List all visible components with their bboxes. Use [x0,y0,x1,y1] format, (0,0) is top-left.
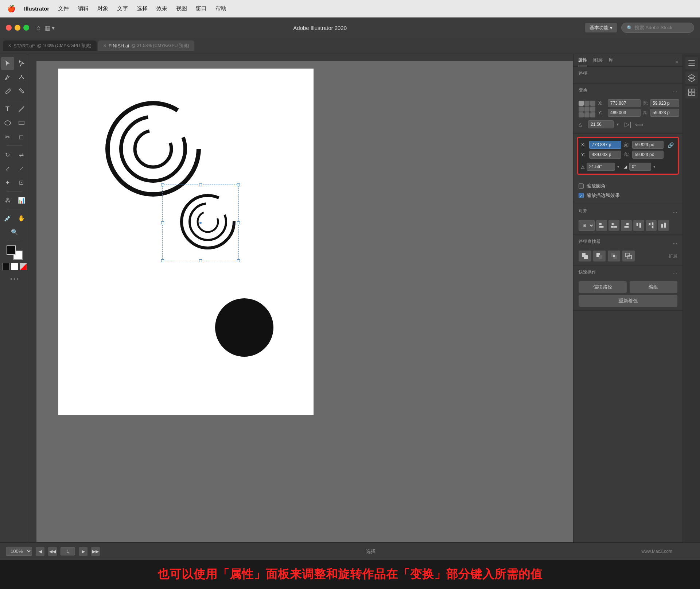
handle-tl[interactable] [161,183,164,186]
swap-colors-icon[interactable] [20,263,27,270]
fill-swatch[interactable] [7,245,16,255]
handle-bm[interactable] [199,259,202,262]
align-bottom-btn[interactable] [658,220,669,231]
anchor-tm[interactable] [584,101,590,106]
eyedropper-tool[interactable]: 💉 [1,212,14,225]
handle-bl[interactable] [161,259,164,262]
puppet-warp-tool[interactable]: ✦ [1,176,14,189]
symbol-sprayer-tool[interactable]: ⁂ [1,194,14,207]
graph-tool[interactable]: 📊 [15,194,28,207]
properties-icon[interactable] [685,57,698,69]
page-number-input[interactable] [61,547,75,555]
angle-input[interactable] [588,120,614,128]
menu-object[interactable]: 对象 [97,5,108,12]
angle-dropdown[interactable]: ▾ [617,122,619,127]
last-page-btn[interactable]: ▶▶ [91,547,100,556]
rotate-tool[interactable]: ↻ [1,148,14,161]
panel-expand-icon[interactable]: » [675,59,678,65]
scale-tool[interactable]: ⤢ [1,162,14,175]
recolor-btn[interactable]: 重新着色 [579,295,677,307]
anchor-mr[interactable] [590,106,595,112]
pf-unite-btn[interactable] [579,251,591,261]
flip-icon[interactable]: ⟺ [635,121,643,128]
scale-corners-checkbox[interactable] [579,183,584,189]
handle-tr[interactable] [237,183,240,186]
menu-file[interactable]: 文件 [58,5,69,12]
tab-library[interactable]: 库 [608,57,613,66]
black-swatch[interactable] [2,263,9,270]
menu-text[interactable]: 文字 [117,5,128,12]
transform-more-icon[interactable]: ··· [673,89,677,95]
rh-y-input[interactable] [589,151,621,159]
home-icon[interactable]: ⌂ [36,24,40,32]
menu-window[interactable]: 窗口 [196,5,207,12]
select-tool[interactable] [1,57,14,70]
eraser-tool[interactable]: ◻ [15,130,28,143]
minimize-button[interactable] [15,25,20,31]
tab-close-icon[interactable]: ✕ [8,43,11,48]
next-page-btn[interactable]: ▶ [79,547,88,556]
menu-help[interactable]: 帮助 [215,5,226,12]
anchor-br[interactable] [590,112,595,117]
rh-w-input[interactable] [632,141,664,149]
type-tool[interactable]: T [1,102,14,116]
reflect-tool[interactable]: ⇌ [15,148,28,161]
offset-path-btn[interactable]: 偏移路径 [579,281,627,293]
anchor-mm[interactable] [584,106,590,112]
handle-ml[interactable] [161,221,164,224]
rh-lock-icon[interactable]: 🔗 [666,141,675,150]
maximize-button[interactable] [23,25,29,31]
handle-br[interactable] [237,259,240,262]
scissors-tool[interactable]: ✂ [1,130,14,143]
align-to-select[interactable]: ⊞ [579,220,595,231]
handle-tm[interactable] [199,183,202,186]
transform-options-icon[interactable]: ▷| [625,120,631,128]
tab-finish-close-icon[interactable]: ✕ [103,43,106,48]
menu-select[interactable]: 选择 [137,5,148,12]
align-center-h-btn[interactable] [608,220,619,231]
search-stock-input[interactable]: 🔍 搜索 Adobe Stock [621,23,694,33]
scale-strokes-checkbox[interactable]: ✓ [579,193,584,198]
layout-icon[interactable]: ▦ ▾ [45,24,55,31]
zoom-tool[interactable]: 🔍 [8,225,21,239]
height-input[interactable] [650,109,679,117]
rh-angle-input[interactable] [587,163,615,171]
anchor-bl[interactable] [579,112,584,117]
y-input[interactable] [608,109,641,117]
pencil-tool[interactable] [15,85,28,98]
align-left-btn[interactable] [596,220,607,231]
pf-intersect-btn[interactable] [608,251,620,261]
x-input[interactable] [608,99,641,107]
rh-h-input[interactable] [632,151,664,159]
rh-fill-dropdown[interactable]: ▾ [653,164,656,169]
prev-page-btn[interactable]: ◀ [36,547,44,556]
align-right-btn[interactable] [621,220,632,231]
white-swatch[interactable] [11,263,18,270]
menu-view[interactable]: 视图 [176,5,187,12]
rh-x-input[interactable] [589,141,621,149]
close-button[interactable] [6,25,12,31]
line-tool[interactable] [15,102,28,116]
qa-more-icon[interactable]: ··· [673,271,677,277]
assets-icon[interactable] [685,86,698,98]
workspace-button[interactable]: 基本功能 ▾ [585,23,617,32]
rh-angle-dropdown[interactable]: ▾ [617,164,619,169]
tab-finish[interactable]: ✕ FINISH.ai @ 31.53% (CMYK/GPU 预览) [98,40,194,51]
ellipse-tool[interactable] [1,116,14,129]
first-page-btn[interactable]: ◀◀ [48,547,57,556]
anchor-tr[interactable] [590,101,595,106]
pathfinder-more-icon[interactable]: ··· [673,240,677,247]
menu-edit[interactable]: 编辑 [78,5,89,12]
tab-layers[interactable]: 图层 [593,57,603,66]
pf-minus-btn[interactable] [593,251,606,261]
layers-icon[interactable] [685,71,698,84]
anchor-tl[interactable] [579,101,584,106]
shear-tool[interactable]: ⟋ [15,162,28,175]
handle-mr[interactable] [237,221,240,224]
curvature-tool[interactable] [15,71,28,84]
width-input[interactable] [650,99,679,107]
tab-properties[interactable]: 属性 [578,57,587,66]
hand-tool[interactable]: ✋ [15,212,28,225]
pen-tool[interactable] [1,71,14,84]
pf-exclude-btn[interactable] [622,251,635,261]
